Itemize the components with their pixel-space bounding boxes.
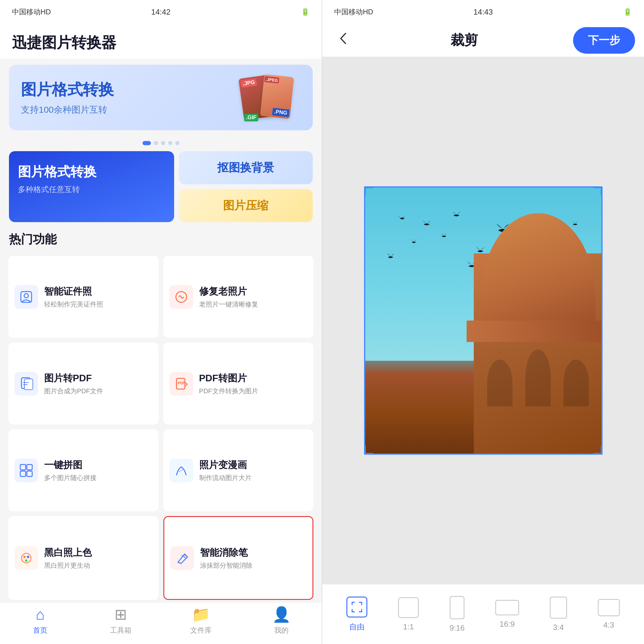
dot-2 (154, 141, 158, 145)
func-icon-img-pdf (14, 372, 38, 396)
crop-option-free[interactable]: 自由 (346, 597, 367, 632)
status-bar-right: 中国移动HD 14:43 🔋 (322, 0, 644, 24)
bottom-tabs: ⌂ 首页 ⊞ 工具箱 📁 文件库 👤 我的 (0, 602, 322, 644)
signal-left: 🔋 (213, 8, 310, 16)
tab-profile[interactable]: 👤 我的 (241, 606, 322, 635)
feature-cutout[interactable]: 抠图换背景 (179, 151, 313, 184)
crop-free-label: 自由 (349, 622, 365, 632)
svg-text:PDF: PDF (178, 381, 185, 385)
crop-free-icon (346, 597, 367, 617)
crop-3-4-label: 3:4 (553, 623, 564, 632)
svg-point-15 (23, 556, 26, 558)
files-icon: 📁 (192, 606, 210, 623)
crop-3-4-icon (550, 597, 567, 619)
func-text-eraser: 智能消除笔 涂抹部分智能消除 (200, 546, 253, 570)
feature-format-convert[interactable]: 图片格式转换 多种格式任意互转 (9, 151, 174, 222)
func-pdf-to-img[interactable]: PDF PDF转图片 PDF文件转换为图片 (163, 343, 314, 425)
func-img-to-pdf[interactable]: 图片转PDF 图片合成为PDF文件 (8, 343, 159, 425)
svg-rect-0 (21, 292, 32, 302)
crop-option-3-4[interactable]: 3:4 (550, 597, 567, 632)
func-icon-cartoon (169, 459, 193, 482)
tab-home-label: 首页 (33, 626, 47, 635)
time-right: 14:43 (434, 7, 533, 17)
func-cartoon[interactable]: 照片变漫画 制作流动图片大片 (163, 429, 314, 511)
dot-3 (161, 141, 165, 145)
svg-rect-11 (20, 471, 26, 476)
svg-line-13 (179, 469, 184, 472)
crop-9-16-label: 9:16 (450, 623, 465, 633)
crop-1-1-icon (398, 597, 419, 618)
func-icon-collage (14, 459, 38, 482)
svg-point-18 (184, 554, 187, 557)
func-icon-restore (169, 285, 193, 309)
func-id-photo[interactable]: 智能证件照 轻松制作完美证件照 (8, 256, 159, 338)
banner-title: 图片格式转换 (21, 79, 114, 100)
crop-image-container (364, 186, 603, 455)
func-icon-id-photo (14, 285, 38, 309)
tab-files[interactable]: 📁 文件库 (161, 606, 241, 635)
svg-rect-9 (20, 465, 26, 470)
func-text-img-pdf: 图片转PDF 图片合成为PDF文件 (44, 372, 103, 396)
signal-right: 🔋 (533, 8, 632, 16)
time-left: 14:42 (112, 7, 209, 17)
svg-point-17 (25, 559, 27, 562)
banner-subtitle: 支持100余种图片互转 (21, 104, 114, 116)
carrier-left: 中国移动HD (12, 7, 109, 17)
func-text-id-photo: 智能证件照 轻松制作完美证件照 (44, 285, 103, 309)
crop-options-bar: 自由 1:1 9:16 16:9 3:4 4:3 (322, 584, 644, 644)
section-title: 热门功能 (0, 222, 322, 253)
dot-1 (143, 141, 151, 145)
profile-icon: 👤 (272, 606, 291, 623)
svg-rect-10 (27, 465, 32, 470)
crop-16-9-icon (495, 600, 519, 615)
dot-4 (168, 141, 172, 145)
carrier-right: 中国移动HD (334, 7, 434, 17)
crop-header: 裁剪 下一步 (322, 24, 644, 57)
svg-rect-12 (27, 471, 32, 476)
svg-point-16 (27, 556, 29, 558)
crop-option-1-1[interactable]: 1:1 (398, 597, 419, 631)
func-icon-eraser (170, 546, 194, 570)
feature-main-title: 图片格式转换 (18, 163, 165, 181)
tab-home[interactable]: ⌂ 首页 (0, 606, 81, 635)
crop-4-3-icon (598, 599, 620, 616)
function-grid: 智能证件照 轻松制作完美证件照 修复老照片 老照片一键清晰修复 (0, 253, 322, 602)
crop-title: 裁剪 (361, 31, 567, 49)
tab-profile-label: 我的 (274, 626, 289, 635)
next-button[interactable]: 下一步 (573, 27, 635, 54)
crop-option-16-9[interactable]: 16:9 (495, 600, 519, 629)
banner-images: .JPG .JPEG .PNG .GIF (241, 77, 301, 118)
func-colorize[interactable]: 黑白照上色 黑白照片更生动 (8, 516, 159, 600)
func-restore-photo[interactable]: 修复老照片 老照片一键清晰修复 (163, 256, 314, 338)
feature-main-subtitle: 多种格式任意互转 (18, 184, 165, 195)
feature-grid: 图片格式转换 多种格式任意互转 抠图换背景 图片压缩 (0, 151, 322, 222)
crop-option-9-16[interactable]: 9:16 (450, 596, 465, 633)
func-text-cartoon: 照片变漫画 制作流动图片大片 (199, 459, 252, 482)
banner[interactable]: 图片格式转换 支持100余种图片互转 .JPG .JPEG .PNG .GIF (9, 65, 313, 130)
crop-option-4-3[interactable]: 4:3 (598, 599, 620, 630)
crop-4-3-label: 4:3 (603, 620, 614, 630)
status-bar-left: 中国移动HD 14:42 🔋 (0, 0, 322, 24)
crop-16-9-label: 16:9 (500, 620, 515, 629)
banner-text: 图片格式转换 支持100余种图片互转 (21, 79, 114, 116)
crop-9-16-icon (450, 596, 465, 619)
crop-image (364, 186, 603, 455)
banner-dots (0, 141, 322, 145)
func-icon-colorize (14, 546, 38, 570)
tab-files-label: 文件库 (190, 626, 212, 635)
func-text-pdf-img: PDF转图片 PDF文件转换为图片 (199, 372, 258, 396)
feature-compress[interactable]: 图片压缩 (179, 189, 313, 222)
right-panel: 中国移动HD 14:43 🔋 裁剪 下一步 (322, 0, 644, 644)
dot-5 (175, 141, 179, 145)
home-icon: ⌂ (36, 606, 45, 623)
toolbox-icon: ⊞ (114, 606, 127, 623)
back-button[interactable] (331, 31, 355, 49)
app-title: 迅捷图片转换器 (0, 24, 322, 59)
crop-1-1-label: 1:1 (403, 622, 414, 631)
tab-toolbox[interactable]: ⊞ 工具箱 (81, 606, 161, 635)
func-eraser[interactable]: 智能消除笔 涂抹部分智能消除 (163, 516, 314, 600)
tab-toolbox-label: 工具箱 (110, 626, 131, 635)
func-collage[interactable]: 一键拼图 多个图片随心拼接 (8, 429, 159, 511)
crop-area[interactable] (322, 57, 644, 584)
svg-point-1 (24, 294, 28, 298)
